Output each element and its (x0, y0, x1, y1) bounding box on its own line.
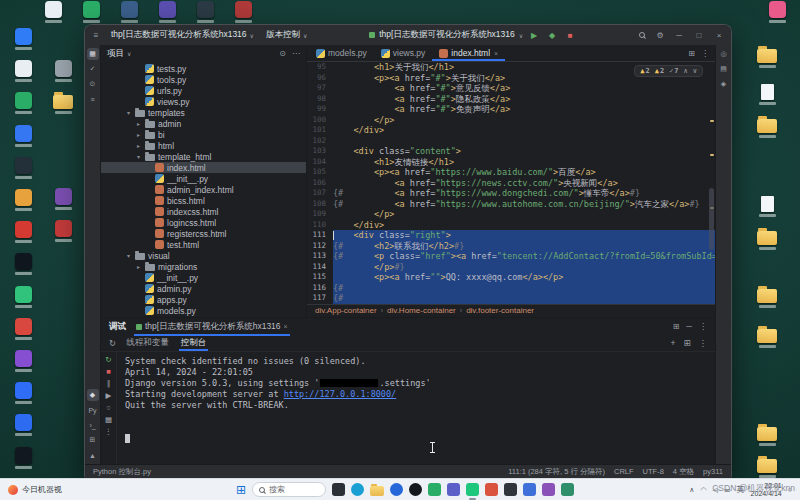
terminal-toolwindow[interactable]: ›_ (87, 419, 99, 431)
tab-console[interactable]: 控制台 (179, 335, 209, 351)
folder-icon[interactable] (750, 286, 784, 308)
code-line-107[interactable]: 107{# <a href="https://www.dongchedi.com… (307, 188, 715, 199)
netdisk-desktop-icon[interactable] (6, 382, 40, 404)
breadcrumb-item[interactable]: div.footer-container (466, 306, 534, 315)
code-line-114[interactable]: 114 </p>#} (307, 262, 715, 273)
pull-requests-toolwindow[interactable]: ⊙ (87, 78, 99, 90)
debug-session-tab[interactable]: thp[日志数据可视化分析系统hx1316 × (134, 318, 290, 336)
taskbar-edge-icon[interactable] (351, 483, 364, 496)
tree-item-visual[interactable]: ▾visual (101, 250, 306, 261)
douyin-desktop-icon[interactable] (6, 253, 40, 275)
status-left[interactable]: Python 控制台.py (93, 467, 151, 477)
folder-icon[interactable] (750, 228, 784, 250)
folder-icon[interactable] (750, 326, 784, 348)
docs-desktop-icon[interactable] (6, 28, 40, 50)
tree-item-__init__.py[interactable]: __init__.py (101, 173, 306, 184)
taskbar-app-icon[interactable] (561, 483, 574, 496)
taskbar-explorer-icon[interactable] (370, 486, 384, 496)
stop-button[interactable]: ■ (106, 368, 111, 376)
tree-expand-icon[interactable]: ▸ (135, 131, 142, 138)
taskbar-wechat-icon[interactable] (428, 483, 441, 496)
tree-expand-icon[interactable]: ▸ (135, 120, 142, 127)
desktop-icon[interactable] (6, 189, 40, 211)
tree-item-registercss.html[interactable]: registercss.html (101, 228, 306, 239)
code-line-102[interactable]: 102 (307, 136, 715, 147)
tree-item-template_html[interactable]: ▾template_html (101, 151, 306, 162)
taskbar-app-icon[interactable] (447, 483, 460, 496)
editor-tab-models.py[interactable]: models.py (309, 45, 374, 61)
editor-tab-index.html[interactable]: index.html× (432, 45, 505, 61)
code-line-99[interactable]: 99 <a href="#">免责声明</a> (307, 104, 715, 115)
desktop-icon[interactable] (6, 157, 40, 179)
notifications-icon[interactable]: ◎ (718, 48, 730, 60)
services-toolwindow[interactable]: ⊞ (87, 434, 99, 446)
console-layout-icon[interactable]: ⊞ (683, 338, 690, 348)
code-line-108[interactable]: 108{# <a href="https://www.autohome.com.… (307, 199, 715, 210)
code-line-101[interactable]: 101 </div> (307, 125, 715, 136)
scrollbar-thumb[interactable] (709, 188, 714, 251)
tree-item-indexcss.html[interactable]: indexcss.html (101, 206, 306, 217)
desktop-icon[interactable] (46, 220, 80, 242)
desktop-icon[interactable] (760, 1, 794, 23)
file-icon[interactable] (750, 196, 784, 217)
inspections-widget[interactable]: ▲2 ▲2 ✓7 ∧ ∨ (634, 65, 703, 77)
code-line-106[interactable]: 106 <a href="https://news.cctv.com/">央视新… (307, 178, 715, 189)
console-options-icon[interactable]: ⋮ (699, 338, 708, 348)
tree-item-tests.py[interactable]: tests.py (101, 63, 306, 74)
taskbar-task-view-icon[interactable] (332, 483, 345, 496)
hidden-icons-chevron[interactable]: ∧ (689, 486, 694, 494)
wecom-desktop-icon[interactable] (6, 125, 40, 147)
tree-expand-icon[interactable]: ▾ (135, 153, 142, 160)
tree-item-index.html[interactable]: index.html (101, 162, 306, 173)
rerun-icon[interactable]: ↻ (109, 338, 116, 348)
folder-icon[interactable] (750, 424, 784, 446)
tree-item-bi[interactable]: ▸bi (101, 129, 306, 140)
code-line-112[interactable]: 112{# <h2>联系我们</h2>#} (307, 241, 715, 252)
tree-item-tools.py[interactable]: tools.py (101, 74, 306, 85)
tab-threads-variables[interactable]: 线程和变量 (124, 335, 171, 351)
prev-issue-icon[interactable]: ∧ (684, 67, 688, 75)
tree-item-migrations[interactable]: ▸migrations (101, 261, 306, 272)
close-session-icon[interactable]: × (284, 323, 288, 330)
locate-file-icon[interactable]: ⊙ (279, 49, 286, 58)
main-menu-icon[interactable]: ≡ (89, 31, 103, 40)
tree-item-logincss.html[interactable]: logincss.html (101, 217, 306, 228)
folder-icon[interactable] (750, 46, 784, 68)
folder-icon[interactable] (46, 92, 80, 114)
restore-layout-button[interactable]: ▦ (105, 416, 112, 424)
qq-desktop-icon[interactable] (36, 1, 70, 23)
vcs-widget[interactable]: 版本控制 ∨ (262, 28, 311, 42)
folder-icon[interactable] (750, 456, 784, 478)
tree-item-bicss.html[interactable]: bicss.html (101, 195, 306, 206)
database-toolwindow[interactable]: ▤ (718, 63, 730, 75)
stop-button[interactable]: ■ (563, 31, 577, 40)
debug-toolwindow[interactable]: ◆ (87, 389, 99, 401)
code-line-109[interactable]: 109 </p> (307, 209, 715, 220)
desktop-icon[interactable] (150, 1, 184, 23)
tree-item-views.py[interactable]: views.py (101, 96, 306, 107)
server-url-link[interactable]: http://127.0.0.1:8000/ (284, 389, 397, 399)
code-line-116[interactable]: 116{# (307, 283, 715, 294)
more-button[interactable]: ⋮ (105, 428, 113, 436)
project-widget[interactable]: thp[日志数据可视化分析系统hx1316 ∨ (107, 28, 258, 42)
taskbar-search[interactable]: 搜索 (252, 482, 326, 497)
problems-toolwindow[interactable]: ▲ (87, 449, 99, 461)
python-interpreter[interactable]: py311 (703, 467, 723, 477)
wechat-desktop-icon[interactable] (74, 1, 108, 23)
rerun-button[interactable]: ↻ (105, 356, 111, 364)
plugins-toolwindow[interactable]: ◈ (718, 78, 730, 90)
file-encoding[interactable]: UTF-8 (643, 467, 664, 477)
add-tab-icon[interactable]: + (670, 338, 675, 348)
tree-item-admin_index.html[interactable]: admin_index.html (101, 184, 306, 195)
start-button[interactable]: ⊞ (236, 483, 246, 497)
taskbar-app-icon[interactable] (485, 483, 498, 496)
taskbar-browser-icon[interactable] (390, 483, 403, 496)
breadcrumb-item[interactable]: div.App-container (315, 306, 377, 315)
panel-more-icon[interactable]: ⋯ (292, 49, 300, 58)
commit-toolwindow[interactable]: ✓ (87, 63, 99, 75)
desktop-icon[interactable] (6, 447, 40, 469)
taskbar-app-icon[interactable] (504, 483, 517, 496)
taskbar-app-icon[interactable] (523, 483, 536, 496)
code-line-105[interactable]: 105 <p><a href="https://www.baidu.com/">… (307, 167, 715, 178)
run-button[interactable]: ▶ (527, 31, 541, 40)
